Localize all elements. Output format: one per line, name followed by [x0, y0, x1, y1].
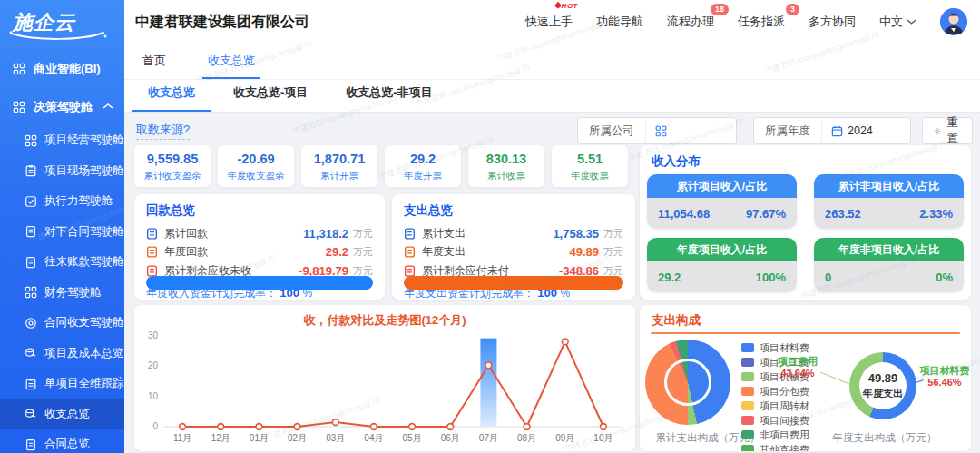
sidebar-item-2[interactable]: 执行力驾驶舱	[0, 186, 124, 217]
sidebar-item-4[interactable]: 往来账款驾驶舱	[0, 247, 124, 278]
legend-swatch	[741, 430, 754, 439]
year-filter-label: 所属年度	[754, 123, 821, 139]
chevron-up-icon	[103, 103, 113, 110]
check-square-icon	[24, 195, 37, 208]
doc-icon	[146, 246, 158, 258]
kpi-annual-balance: -20.69 年度收支盈余	[218, 145, 294, 187]
kpi-cumulative-received: 830.13 累计收票	[468, 145, 544, 187]
kpi-label: 累计开票	[301, 170, 377, 182]
donut-callout-right: 项目材料费 56.46%	[919, 365, 970, 389]
legend-item-3[interactable]: 项目分包费	[741, 385, 809, 398]
nav-process-handling[interactable]: 流程办理 18	[667, 14, 714, 30]
tab-home-label: 首页	[142, 53, 166, 69]
panel-title: 支出总览	[392, 194, 635, 219]
expense-composition-panel: 支出构成 累计支出构成（万元） 项目材料费项目人工费项目机械费项目分包费项目周转…	[640, 305, 971, 451]
process-count-badge: 18	[710, 4, 729, 15]
data-source-link[interactable]: 取数来源?	[136, 122, 190, 140]
tab-home[interactable]: 首页	[137, 44, 172, 79]
legend-label: 项目周转材	[760, 399, 809, 413]
sidebar-item-1[interactable]: 项目现场驾驶舱	[0, 156, 124, 187]
trend-chart: 010203011月12月01月02月03月04月05月06月07月08月09月…	[138, 329, 630, 447]
language-selector[interactable]: 中文	[879, 14, 916, 30]
donut-callout-left: 项目费用 43.04%	[774, 356, 821, 379]
year-filter[interactable]: 所属年度 2024	[753, 117, 911, 144]
subtab-project-label: 收支总览-项目	[233, 85, 308, 99]
kpi-annual-invoiced: 29.2 年度开票	[385, 145, 461, 187]
legend-item-4[interactable]: 项目周转材	[741, 399, 809, 412]
sidebar-item-label: 往来账款驾驶舱	[44, 254, 124, 270]
row-label: 累计支出	[422, 226, 466, 241]
tab-income-expense-overview[interactable]: 收支总览	[202, 44, 260, 79]
nav-collaboration[interactable]: 多方协同	[808, 14, 856, 30]
income-card-pct: 97.67%	[746, 207, 786, 221]
sidebar-item-5[interactable]: 财务驾驶舱	[0, 278, 124, 309]
row-label: 年度支出	[422, 244, 466, 260]
legend-item-7[interactable]: 其他直接费	[741, 443, 809, 451]
reset-button[interactable]: 重置	[922, 117, 973, 144]
sidebar-section-bi[interactable]: 商业智能(BI)	[0, 54, 124, 84]
svg-text:07月: 07月	[479, 433, 498, 443]
svg-text:06月: 06月	[441, 433, 460, 443]
nav-function-nav[interactable]: 功能导航	[596, 14, 643, 30]
legend-label: 项目分包费	[760, 385, 809, 399]
svg-text:01月: 01月	[250, 433, 269, 443]
nav-quick-start[interactable]: 快速上手 HOT	[525, 14, 573, 30]
sidebar-item-label: 财务驾驶舱	[44, 285, 102, 300]
year-filter-value[interactable]: 2024	[821, 118, 910, 143]
income-card-pct: 2.33%	[919, 207, 953, 221]
income-distribution-panel: 收入分布 累计项目收入/占比 11,054.68 97.67% 累计非项目收入/…	[640, 145, 971, 300]
legend-swatch	[741, 445, 754, 451]
company-filter-label: 所属公司	[578, 123, 645, 139]
subtab-non-project[interactable]: 收支总览-非项目	[329, 84, 448, 112]
row-unit: 万元	[603, 227, 623, 241]
legend-label: 非项目费用	[760, 428, 809, 442]
clipboard-icon	[24, 164, 37, 177]
sidebar-item-6[interactable]: 合同收支驾驶舱	[0, 308, 124, 339]
sidebar-item-label: 合同总览	[44, 437, 90, 452]
doc-icon	[404, 228, 416, 240]
sidebar-item-3[interactable]: 对下合同驾驶舱	[0, 217, 124, 248]
hot-badge: HOT	[555, 2, 578, 10]
org-grid-icon	[655, 125, 667, 137]
subtab-non-project-label: 收支总览-非项目	[346, 85, 432, 99]
subtab-overview[interactable]: 收支总览	[132, 84, 211, 112]
income-card-cumulative-project: 累计项目收入/占比 11,054.68 97.67%	[647, 174, 797, 229]
income-card-annual-project: 年度项目收入/占比 29.2 100%	[647, 238, 797, 292]
nav-task-assign[interactable]: 任务指派 3	[738, 14, 785, 30]
user-avatar[interactable]	[940, 8, 967, 35]
expense-row-cumulative: 累计支出 1,758.35 万元	[392, 224, 635, 243]
kpi-label: 年度收支盈余	[218, 170, 294, 182]
sub-tabs: 收支总览 收支总览-项目 收支总览-非项目	[124, 80, 980, 113]
sidebar-group-decision[interactable]: 决策驾驶舱	[0, 93, 124, 122]
income-card-annual-nonproject: 年度非项目收入/占比 0 0%	[814, 238, 964, 292]
income-card-pct: 100%	[756, 271, 786, 284]
nav-function-nav-label: 功能导航	[596, 15, 643, 28]
reset-button-label: 重置	[946, 115, 961, 146]
row-value: 49.89	[569, 245, 599, 259]
company-filter-value[interactable]	[645, 118, 736, 143]
app-logo[interactable]: 施企云	[0, 0, 124, 47]
nav-process-handling-label: 流程办理	[667, 15, 714, 28]
sidebar-item-label: 合同收支驾驶舱	[44, 315, 124, 330]
legend-item-0[interactable]: 项目材料费	[741, 341, 809, 354]
legend-label: 项目间接费	[760, 414, 809, 428]
kpi-value: 29.2	[385, 152, 461, 166]
sidebar-item-10[interactable]: 合同总览	[0, 429, 124, 453]
row-unit: 万元	[603, 245, 623, 259]
legend-item-6[interactable]: 非项目费用	[741, 428, 809, 441]
company-filter[interactable]: 所属公司	[577, 117, 737, 144]
sidebar-item-0[interactable]: 项目经营驾驶舱	[0, 125, 124, 156]
donut-center-value: 49.89	[868, 371, 898, 385]
legend-item-5[interactable]: 项目间接费	[741, 414, 809, 427]
svg-text:20: 20	[148, 360, 159, 370]
sidebar-item-8[interactable]: 单项目全维跟踪	[0, 369, 124, 399]
doc-icon	[404, 265, 416, 277]
subtab-project[interactable]: 收支总览-项目	[217, 84, 324, 112]
sidebar-item-7[interactable]: 项目及成本总览	[0, 339, 124, 369]
year-value: 2024	[848, 124, 873, 137]
kpi-value: -20.69	[218, 152, 294, 166]
row-value: 29.2	[326, 245, 348, 259]
panel-title: 支出构成	[640, 305, 971, 329]
svg-text:04月: 04月	[364, 433, 383, 443]
sidebar-item-9[interactable]: 收支总览	[0, 399, 124, 430]
